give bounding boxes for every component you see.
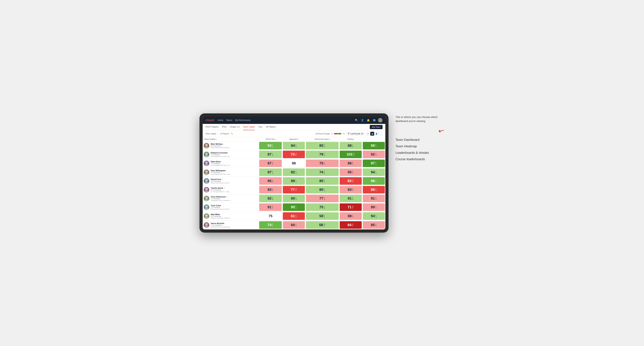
player-name[interactable]: Josh Coles [211,204,232,206]
table-row: David Ford ✓ Plus Handicap Royal North D… [203,177,385,185]
subnav-tour[interactable]: Tour [258,124,262,130]
sort-button[interactable]: ↕ [379,132,382,136]
player-club: Sunningdale Golf Club, United Kingdom [211,156,232,157]
svg-point-16 [205,214,208,217]
score-cell: 85 4 ▼ [362,221,385,229]
add-team-button[interactable]: Add Team [370,125,382,129]
player-details: Edward Crossman 1-5 Handicap Sunningdale… [211,152,232,157]
option-leaderboards[interactable]: Leaderboards & streaks [396,151,444,155]
change-number: 3 [376,215,376,216]
score-value-wrapper: 83 3 ▼ [260,188,281,192]
player-info: Elliot Ebert 1-5 Handicap Sunningdale Go… [204,161,258,166]
heatmap-view-button[interactable]: ▦ [370,132,374,136]
player-details: Blair McHarg Plus Handicap Royal North D… [211,143,232,149]
change-number: 3 [272,162,273,163]
settings-icon[interactable]: ⚙️ [372,118,376,122]
change-number: 3 [324,197,324,198]
option-team-heatmap[interactable]: Team Heatmap [396,145,444,148]
score-change: 4 ▲ [352,197,354,200]
score-value-wrapper: 61 3 ▼ [284,214,304,218]
player-name[interactable]: Edward Crossman [211,152,232,154]
change-number: 21 [352,223,354,225]
option-team-dashboard[interactable]: Team Dashboard [396,138,444,142]
person-view-button[interactable]: 👤 [374,132,378,136]
table-row: Dave Billingham 1-5 Handicap Gog Magog G… [203,168,385,177]
change-arrow-icon: ▲ [376,216,377,218]
view-icons: ⊞ ▦ 👤 ↕ [366,132,382,136]
tablet-screen: clippd Home Teams My Performance 🔍 👤 🔔 ⚙… [203,117,385,229]
last-rounds-button[interactable]: 📅 Last Rounds: 20 [346,132,365,135]
score-cell: 82 4 ▲ [282,168,306,177]
score-cell-inner: 85 3 ▼ [259,177,282,185]
score-cell-inner: 82 4 ▲ [283,169,305,176]
subnav-hcaps[interactable]: Hcaps 1-5 [230,124,240,130]
score-value: 91 [371,196,375,200]
sidebar-annotations: This is where you can choose which dashb… [396,113,444,161]
score-change: 3 ▼ [272,179,273,183]
score-value-wrapper: 94 1 ▲ [364,170,384,174]
score-value-wrapper: 87 3 ▼ [260,161,281,165]
player-name[interactable]: Chris Robertson ✓ [211,196,232,198]
score-cell: 81 3 ▼ [259,203,282,212]
player-club: Royal North Devon Golf Club, United King… [211,182,232,184]
player-name[interactable]: Elliot Ebert [211,161,232,163]
player-details: Aaron Nicholls 11-15 Handicap Drift Golf… [211,222,232,228]
score-cell: 97 5 ▲ [362,159,385,168]
svg-point-9 [204,182,208,184]
score-cell: 95 9 ▲ [362,141,385,150]
col-around-green: Around the Green ▾ [306,137,339,141]
player-name[interactable]: Dave Billingham [211,170,232,172]
avatar[interactable]: U [378,118,382,123]
score-value: 58 [319,223,323,227]
score-value: 85 [320,144,323,148]
player-handicap: 1-5 Handicap [211,206,232,208]
score-cell: 79 9 ▲ [306,150,339,159]
player-name[interactable]: Blair McHarg [211,143,232,145]
change-arrow-icon: ▲ [296,207,297,209]
score-value-wrapper: 60 1 ▼ [284,223,304,227]
change-arrow-icon: ▼ [296,225,297,227]
player-info: Charlie Quick ✓ 6-10 Handicap St. George… [204,187,258,192]
score-change: 10 ▲ [324,223,325,227]
player-name[interactable]: Matt Miller [211,213,232,215]
change-arrow-icon: ▼ [295,155,296,156]
subnav-pga[interactable]: PGA [222,124,226,130]
search-icon[interactable]: 🔍 [354,118,358,122]
score-value: 61 [291,214,295,218]
score-change: 3 ▼ [272,206,273,209]
score-cell-inner: 85 8 ▲ [306,142,338,149]
change-arrow-icon: ▲ [376,173,377,174]
change-arrow-icon: ▲ [324,173,325,174]
score-cell: 73 11 ▼ [282,150,306,159]
nav-my-performance[interactable]: My Performance [235,118,250,122]
score-change: 3 ▼ [352,171,354,174]
change-arrow-icon: ▼ [352,216,354,218]
score-cell: 96 3 ▲ [362,177,385,185]
person-icon[interactable]: 👤 [360,118,364,122]
score-cell-inner: 95 9 ▲ [363,142,385,149]
player-name[interactable]: Aaron Nicholls [211,222,232,224]
score-value-wrapper: 92 3 ▼ [364,152,384,156]
col-approach: Approach ▾ [282,137,306,141]
subnav-pgat[interactable]: PGAT Players [206,124,218,130]
change-number: 8 [296,206,296,207]
nav-teams[interactable]: Teams [226,118,232,122]
player-name[interactable]: David Ford ✓ [211,178,232,180]
score-cell: 83 3 ▼ [259,185,282,194]
grid-view-button[interactable]: ⊞ [366,132,370,136]
subnav-team-clippd[interactable]: Team Clippd [243,124,255,130]
nav-home[interactable]: Home [218,118,223,122]
edit-icon[interactable]: ✏️ [231,133,233,135]
change-number: 1 [376,171,376,172]
subnav-all-players[interactable]: All Players [266,124,276,130]
change-number: 3 [376,197,376,198]
score-value: 84 [348,223,352,227]
score-value-wrapper: 81 3 ▼ [260,205,281,209]
score-cell: 83 10 ▼ [339,177,362,185]
player-details: Josh Coles 1-5 Handicap Royal North Devo… [211,204,232,210]
change-red [334,133,338,134]
score-value-wrapper: 74 8 ▲ [260,223,281,227]
bell-icon[interactable]: 🔔 [366,118,370,122]
player-name[interactable]: Charlie Quick ✓ [211,187,232,189]
option-course-leaderboards[interactable]: Course leaderboards [396,158,444,161]
